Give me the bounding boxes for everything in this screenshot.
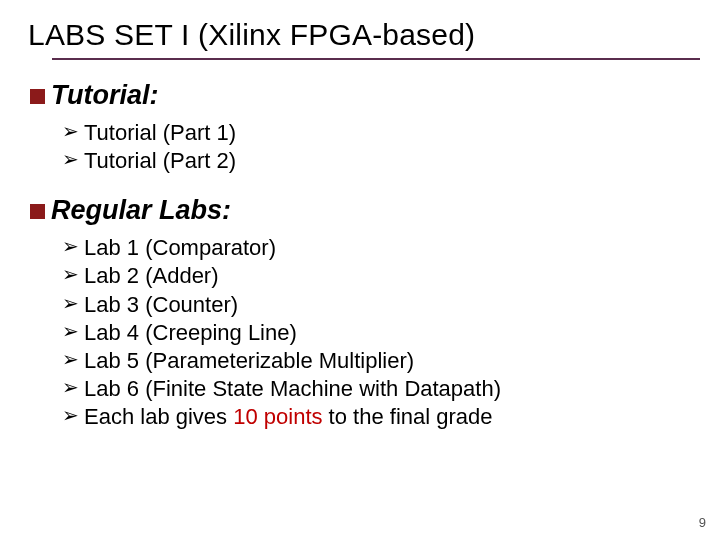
- note-highlight: 10 points: [233, 404, 322, 429]
- section-heading: Tutorial:: [51, 80, 159, 111]
- arrow-bullet-icon: ➢: [62, 375, 84, 401]
- arrow-bullet-icon: ➢: [62, 403, 84, 429]
- note-after: to the final grade: [323, 404, 493, 429]
- list-item-text: Tutorial (Part 2): [84, 147, 692, 175]
- list-item: ➢ Each lab gives 10 points to the final …: [62, 403, 692, 431]
- arrow-bullet-icon: ➢: [62, 234, 84, 260]
- page-number: 9: [699, 515, 706, 530]
- list-item: ➢ Lab 6 (Finite State Machine with Datap…: [62, 375, 692, 403]
- list-item-text: Lab 3 (Counter): [84, 291, 692, 319]
- title-rule: [52, 58, 700, 60]
- section-heading: Regular Labs:: [51, 195, 231, 226]
- square-bullet-icon: [30, 89, 45, 104]
- section-heading-row: Regular Labs:: [30, 195, 692, 226]
- section-regular-labs: Regular Labs: ➢ Lab 1 (Comparator) ➢ Lab…: [30, 195, 692, 431]
- arrow-bullet-icon: ➢: [62, 119, 84, 145]
- arrow-bullet-icon: ➢: [62, 347, 84, 373]
- arrow-bullet-icon: ➢: [62, 319, 84, 345]
- list-item-text: Lab 4 (Creeping Line): [84, 319, 692, 347]
- arrow-bullet-icon: ➢: [62, 291, 84, 317]
- list-item-text: Lab 1 (Comparator): [84, 234, 692, 262]
- list-item-text: Lab 6 (Finite State Machine with Datapat…: [84, 375, 692, 403]
- list-item-text: Lab 5 (Parameterizable Multiplier): [84, 347, 692, 375]
- square-bullet-icon: [30, 204, 45, 219]
- arrow-bullet-icon: ➢: [62, 262, 84, 288]
- list-item: ➢ Lab 4 (Creeping Line): [62, 319, 692, 347]
- list-item: ➢ Lab 5 (Parameterizable Multiplier): [62, 347, 692, 375]
- labs-list: ➢ Lab 1 (Comparator) ➢ Lab 2 (Adder) ➢ L…: [62, 234, 692, 431]
- list-item-text: Tutorial (Part 1): [84, 119, 692, 147]
- note-before: Each lab gives: [84, 404, 233, 429]
- list-item: ➢ Lab 1 (Comparator): [62, 234, 692, 262]
- slide-title: LABS SET I (Xilinx FPGA-based): [28, 18, 692, 52]
- grade-note: Each lab gives 10 points to the final gr…: [84, 403, 692, 431]
- tutorial-list: ➢ Tutorial (Part 1) ➢ Tutorial (Part 2): [62, 119, 692, 175]
- section-tutorial: Tutorial: ➢ Tutorial (Part 1) ➢ Tutorial…: [30, 80, 692, 175]
- list-item: ➢ Tutorial (Part 1): [62, 119, 692, 147]
- list-item: ➢ Tutorial (Part 2): [62, 147, 692, 175]
- list-item: ➢ Lab 2 (Adder): [62, 262, 692, 290]
- list-item-text: Lab 2 (Adder): [84, 262, 692, 290]
- list-item: ➢ Lab 3 (Counter): [62, 291, 692, 319]
- arrow-bullet-icon: ➢: [62, 147, 84, 173]
- section-heading-row: Tutorial:: [30, 80, 692, 111]
- slide: LABS SET I (Xilinx FPGA-based) Tutorial:…: [0, 0, 720, 540]
